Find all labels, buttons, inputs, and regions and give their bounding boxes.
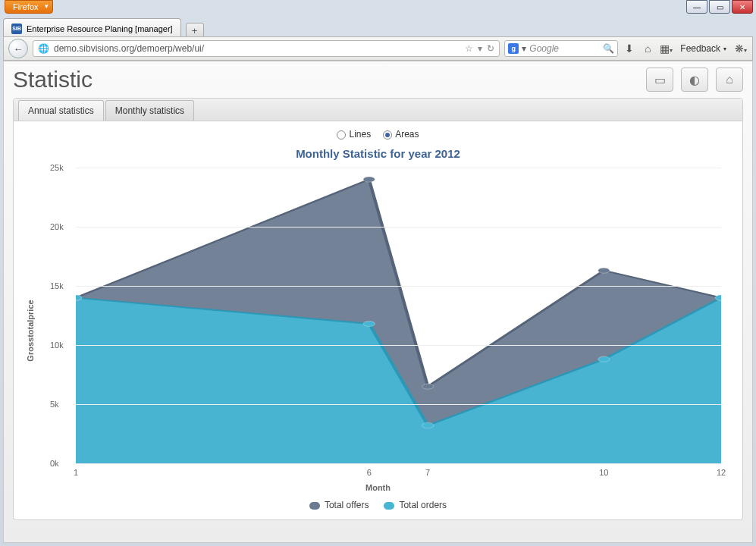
- svg-point-8: [363, 321, 375, 326]
- tab-annual-statistics[interactable]: Annual statistics: [18, 100, 104, 121]
- home-icon[interactable]: ⌂: [641, 42, 654, 55]
- header-action-1[interactable]: ▭: [646, 67, 673, 92]
- x-tick: 10: [599, 468, 608, 477]
- radio-lines[interactable]: Lines: [337, 129, 371, 140]
- svg-point-9: [422, 423, 434, 428]
- chart-title: Monthly Statistic for year 2012: [14, 143, 742, 168]
- addon-icon[interactable]: ❋▾: [734, 42, 748, 55]
- search-input[interactable]: g ▾ Google 🔍: [504, 40, 618, 57]
- x-tick: 7: [425, 468, 430, 477]
- x-tick: 12: [717, 468, 726, 477]
- url-input[interactable]: 🌐 demo.sibvisions.org/demoerp/web/ui/ ☆ …: [33, 40, 500, 57]
- feedback-button[interactable]: Feedback▾: [677, 43, 729, 54]
- page-title: Statistic: [13, 67, 93, 93]
- favicon-icon: SIB: [11, 24, 22, 34]
- chart-plot-area: 0k5k10k15k20k25k1671012: [76, 168, 721, 463]
- header-action-home[interactable]: ⌂: [716, 67, 743, 92]
- close-button[interactable]: ✕: [732, 0, 753, 14]
- firefox-menu-button[interactable]: Firefox: [5, 0, 53, 14]
- tab-monthly-statistics[interactable]: Monthly statistics: [105, 100, 194, 121]
- svg-point-10: [598, 356, 610, 362]
- header-action-refresh[interactable]: ◐: [681, 67, 708, 92]
- svg-point-3: [363, 177, 375, 182]
- dropdown-icon[interactable]: ▾: [478, 43, 482, 54]
- y-tick: 20k: [50, 222, 64, 231]
- radio-areas[interactable]: Areas: [383, 129, 419, 140]
- google-icon: g: [508, 43, 519, 54]
- legend-orders[interactable]: Total orders: [384, 500, 447, 510]
- y-tick: 25k: [50, 163, 64, 172]
- back-button[interactable]: ←: [8, 39, 28, 58]
- browser-tab-title: Enterprise Resource Planing [manager]: [27, 24, 173, 33]
- y-tick: 10k: [50, 340, 64, 350]
- x-axis-label: Month: [29, 483, 727, 492]
- svg-point-5: [598, 268, 610, 273]
- x-tick: 6: [367, 468, 372, 477]
- y-axis-label: Grosstotalprice: [26, 300, 35, 361]
- downloads-icon[interactable]: ⬇: [623, 42, 636, 55]
- bookmark-icon[interactable]: ☆: [465, 43, 473, 54]
- y-tick: 15k: [50, 281, 64, 290]
- search-placeholder: Google: [529, 43, 559, 54]
- y-tick: 5k: [50, 400, 59, 409]
- reload-icon[interactable]: ↻: [487, 43, 494, 54]
- legend-offers[interactable]: Total offers: [309, 500, 369, 510]
- svg-point-4: [422, 384, 434, 389]
- y-tick: 0k: [50, 459, 59, 468]
- x-tick: 1: [74, 468, 78, 477]
- maximize-button[interactable]: ▭: [709, 0, 730, 14]
- new-tab-button[interactable]: +: [186, 23, 204, 38]
- bookmarks-icon[interactable]: ▦▾: [659, 42, 673, 55]
- globe-icon: 🌐: [38, 43, 49, 54]
- browser-tab[interactable]: SIB Enterprise Resource Planing [manager…: [3, 18, 181, 38]
- minimize-button[interactable]: —: [686, 0, 707, 14]
- url-text: demo.sibvisions.org/demoerp/web/ui/: [54, 43, 204, 54]
- search-go-icon[interactable]: 🔍: [603, 43, 614, 54]
